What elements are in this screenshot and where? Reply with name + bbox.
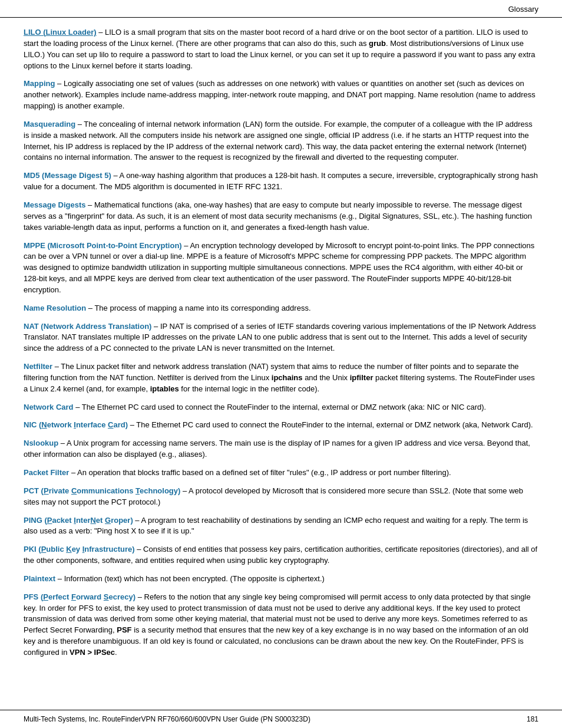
body-mapping: – Logically associating one set of value… [24,79,535,110]
entry-md5: MD5 (Message Digest 5) – A one-way hashi… [24,170,538,193]
term-nat: NAT (Network Address Translation) [24,322,151,331]
page-container: Glossary LILO (Linux Loader) – LILO is a… [0,0,562,728]
term-pki: PKI (Public Key Infrastructure) [24,545,135,554]
entry-masquerading: Masquerading – The concealing of interna… [24,119,538,163]
entry-mppe: MPPE (Microsoft Point-to-Point Encryptio… [24,241,538,296]
term-pct: PCT (Private Communications Technology) [24,486,180,495]
term-ping: PING (Packet InterNet Groper) [24,516,133,525]
term-nslookup: Nslookup [24,439,58,447]
term-packet-filter: Packet Filter [24,468,69,477]
entry-nat: NAT (Network Address Translation) – IP N… [24,321,538,355]
entry-pct: PCT (Private Communications Technology) … [24,486,538,508]
entry-pki: PKI (Public Key Infrastructure) – Consis… [24,544,538,566]
entry-netfilter: Netfilter – The Linux packet filter and … [24,361,538,395]
term-network-card: Network Card [24,403,74,411]
entry-message-digests: Message Digests – Mathematical functions… [24,200,538,233]
term-md5: MD5 (Message Digest 5) [24,171,111,180]
term-pfs: PFS (Perfect Forward Secrecy) [24,592,135,601]
term-message-digests: Message Digests [24,200,86,209]
term-masquerading: Masquerading [24,120,75,129]
entry-name-resolution: Name Resolution – The process of mapping… [24,303,538,314]
term-nic: NIC (Network Interface Card) [24,420,128,429]
body-nic: – The Ethernet PC card used to connect t… [128,420,533,429]
entry-network-card: Network Card – The Ethernet PC card used… [24,402,538,413]
body-plaintext: – Information (text) which has not been … [55,574,325,583]
body-packet-filter: – An operation that blocks traffic based… [69,468,451,477]
body-message-digests: – Mathematical functions (aka, one-way h… [24,200,532,232]
term-lilo: LILO (Linux Loader) [24,28,97,37]
entry-nic: NIC (Network Interface Card) – The Ether… [24,420,538,431]
footer-right: 181 [527,715,538,723]
entry-ping: PING (Packet InterNet Groper) – A progra… [24,515,538,538]
entry-lilo: LILO (Linux Loader) – LILO is a small pr… [24,27,538,71]
body-lilo: – LILO is a small program that sits on t… [24,28,535,70]
body-name-resolution: – The process of mapping a name into its… [86,304,310,312]
term-plaintext: Plaintext [24,574,55,583]
header-title: Glossary [508,5,538,14]
term-netfilter: Netfilter [24,362,52,371]
entry-pfs: PFS (Perfect Forward Secrecy) – Refers t… [24,592,538,658]
body-masquerading: – The concealing of internal network inf… [24,120,533,162]
term-name-resolution: Name Resolution [24,304,86,312]
body-network-card: – The Ethernet PC card used to connect t… [74,403,487,411]
body-netfilter: – The Linux packet filter and network ad… [24,362,535,393]
entry-mapping: Mapping – Logically associating one set … [24,78,538,112]
footer-bar: Multi-Tech Systems, Inc. RouteFinderVPN … [0,710,562,728]
entry-plaintext: Plaintext – Information (text) which has… [24,574,538,585]
term-mapping: Mapping [24,79,55,88]
body-nslookup: – A Unix program for accessing name serv… [24,439,530,459]
content-area: LILO (Linux Loader) – LILO is a small pr… [0,18,562,683]
entry-nslookup: Nslookup – A Unix program for accessing … [24,438,538,460]
header-bar: Glossary [0,0,562,18]
entry-packet-filter: Packet Filter – An operation that blocks… [24,467,538,479]
footer-left: Multi-Tech Systems, Inc. RouteFinderVPN … [24,715,310,723]
term-mppe: MPPE (Microsoft Point-to-Point Encryptio… [24,241,182,250]
body-pfs: – Refers to the notion that any single k… [24,592,531,657]
